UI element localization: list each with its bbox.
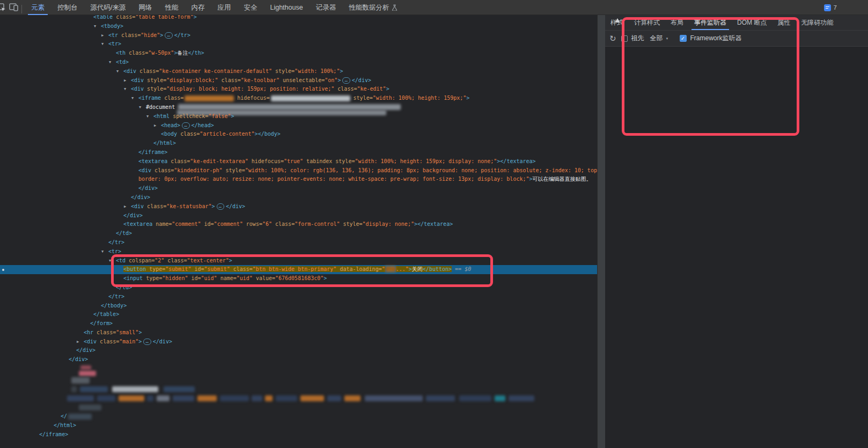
- code-line[interactable]: </div>: [0, 184, 597, 193]
- expand-arrow-icon[interactable]: ▼: [116, 67, 123, 76]
- ellipsis-expand-icon[interactable]: …: [342, 77, 350, 84]
- inspect-element-icon[interactable]: [0, 0, 8, 15]
- code-line[interactable]: [0, 403, 597, 412]
- code-line[interactable]: </div>: [0, 193, 597, 202]
- code-line[interactable]: [0, 376, 597, 385]
- code-line[interactable]: <input type="hidden" id="uid" name="uid"…: [0, 274, 597, 283]
- code-line[interactable]: ▼<iframe class= hidefocus= style="width:…: [0, 94, 597, 103]
- main-tab-应用[interactable]: 应用: [211, 0, 237, 15]
- code-line[interactable]: </td>: [0, 283, 597, 292]
- expand-arrow-icon[interactable]: ▼: [109, 58, 116, 67]
- code-line[interactable]: [0, 385, 597, 394]
- code-line[interactable]: </td>: [0, 229, 597, 238]
- code-line[interactable]: </tr>: [0, 238, 597, 247]
- code-line[interactable]: ▶<div style="display:block;" class="ke-t…: [0, 76, 597, 85]
- sidebar-tab-DOM 断点[interactable]: DOM 断点: [732, 15, 772, 30]
- code-line[interactable]: <th class="w-50px">备注</th>: [0, 49, 597, 58]
- expand-arrow-icon[interactable]: ▼: [101, 40, 108, 49]
- ellipsis-expand-icon[interactable]: …: [217, 203, 224, 210]
- code-line[interactable]: </table>: [0, 310, 597, 319]
- expand-arrow-icon[interactable]: ▶: [124, 76, 131, 85]
- main-tab-安全[interactable]: 安全: [237, 0, 263, 15]
- code-line[interactable]: ▼<tbody>: [0, 22, 597, 31]
- code-line[interactable]: [0, 364, 597, 370]
- code-line[interactable]: ▼<td colspan="2" class="text-center">: [0, 256, 597, 266]
- code-line[interactable]: ▼<html spellcheck="false">: [0, 112, 597, 121]
- main-tab-网络[interactable]: 网络: [132, 0, 158, 15]
- code-line[interactable]: ▼<div style="display: block; height: 159…: [0, 85, 597, 94]
- sidebar-tab-无障碍功能[interactable]: 无障碍功能: [796, 15, 838, 30]
- main-tab-记录器[interactable]: 记录器: [310, 0, 343, 15]
- code-line[interactable]: ▼#document: [0, 103, 597, 112]
- code-line[interactable]: </tr>: [0, 292, 597, 302]
- expand-arrow-icon[interactable]: ▼: [101, 247, 108, 256]
- listener-filter-dropdown[interactable]: 全部 ▼: [650, 34, 669, 43]
- ancestors-checkbox[interactable]: [621, 35, 628, 42]
- main-tab-源代码/来源[interactable]: 源代码/来源: [84, 0, 133, 15]
- code-line[interactable]: </form>: [0, 319, 597, 328]
- expand-arrow-icon[interactable]: ▼: [124, 85, 131, 94]
- expand-arrow-icon[interactable]: ▶: [77, 337, 84, 347]
- code-line[interactable]: <table class="table table-form">: [0, 15, 597, 22]
- ellipsis-expand-icon[interactable]: …: [143, 339, 151, 345]
- ellipsis-expand-icon[interactable]: …: [182, 122, 189, 129]
- code-line[interactable]: ▼<td>: [0, 58, 597, 67]
- ellipsis-expand-icon[interactable]: …: [165, 32, 172, 39]
- code-line[interactable]: </div>: [0, 355, 597, 364]
- expand-arrow-icon[interactable]: ▶: [124, 202, 131, 211]
- sidebar-tab-计算样式[interactable]: 计算样式: [629, 15, 665, 30]
- code-line[interactable]: ▼<tr>: [0, 247, 597, 256]
- separator: [21, 5, 22, 13]
- sidebar-tab-事件监听器[interactable]: 事件监听器: [689, 15, 732, 30]
- code-line[interactable]: </iframe>: [0, 430, 597, 439]
- expand-arrow-icon[interactable]: ▼: [131, 94, 138, 103]
- sidebar-tab-样式[interactable]: 样式: [605, 15, 629, 30]
- elements-tree-panel[interactable]: <table class="table table-form">▼<tbody>…: [0, 15, 597, 448]
- expand-arrow-icon[interactable]: ▼: [139, 103, 146, 112]
- code-line[interactable]: <textarea class="ke-edit-textarea" hidef…: [0, 157, 597, 166]
- main-tab-性能数据分析[interactable]: 性能数据分析: [342, 0, 404, 15]
- code-line[interactable]: <body class="article-content"></body>: [0, 130, 597, 139]
- main-tab-内存[interactable]: 内存: [185, 0, 211, 15]
- main-tab-元素[interactable]: 元素: [25, 0, 51, 15]
- main-tab-性能[interactable]: 性能: [158, 0, 185, 15]
- sidebar-tab-布局[interactable]: 布局: [665, 15, 689, 30]
- selected-code-line[interactable]: <button type="submit" id="submit" class=…: [0, 265, 597, 274]
- code-line[interactable]: border: 0px; overflow: auto; resize: non…: [0, 175, 597, 184]
- code-line[interactable]: </div>: [0, 211, 597, 221]
- code-line[interactable]: ▶<div class="ke-statusbar">…</div>: [0, 202, 597, 211]
- main-tab-Lighthouse[interactable]: Lighthouse: [263, 0, 309, 15]
- issues-button[interactable]: 7: [824, 0, 837, 15]
- code-token: "ke-container ke-container-default": [159, 68, 275, 74]
- code-line[interactable]: </: [0, 412, 597, 421]
- code-token: </tr>: [108, 293, 124, 299]
- redacted-blob: [71, 377, 90, 384]
- panel-splitter[interactable]: [597, 15, 605, 448]
- sidebar-tab-属性[interactable]: 属性: [772, 15, 796, 30]
- device-toolbar-icon[interactable]: [8, 0, 19, 15]
- code-line[interactable]: ▼<div class="ke-container ke-container-d…: [0, 67, 597, 76]
- code-line[interactable]: ▶<head>…</head>: [0, 121, 597, 130]
- code-line[interactable]: ▶<tr class="hide">…</tr>: [0, 31, 597, 40]
- code-line[interactable]: </div>: [0, 346, 597, 355]
- expand-arrow-icon[interactable]: ▶: [154, 121, 161, 130]
- code-line[interactable]: [0, 370, 597, 376]
- code-line[interactable]: <div class="kindeditor-ph" style="width:…: [0, 166, 597, 175]
- code-line[interactable]: </html>: [0, 421, 597, 430]
- main-tab-控制台[interactable]: 控制台: [51, 0, 84, 15]
- expand-arrow-icon[interactable]: ▶: [101, 31, 108, 40]
- refresh-icon[interactable]: ↻: [609, 34, 616, 42]
- code-line[interactable]: </iframe>: [0, 148, 597, 157]
- expand-arrow-icon[interactable]: ▼: [94, 22, 101, 31]
- code-line[interactable]: [0, 394, 597, 403]
- code-line[interactable]: <textarea name="comment" id="comment" ro…: [0, 220, 597, 229]
- code-line[interactable]: <hr class="small">: [0, 328, 597, 337]
- code-line[interactable]: ▶<div class="main">…</div>: [0, 337, 597, 347]
- code-line[interactable]: </html>: [0, 139, 597, 148]
- expand-arrow-icon[interactable]: ▼: [109, 256, 116, 266]
- expand-arrow-icon[interactable]: ▼: [146, 112, 153, 121]
- code-line[interactable]: </tbody>: [0, 302, 597, 311]
- code-token: <input: [123, 275, 146, 281]
- framework-listeners-checkbox[interactable]: ✓: [680, 35, 687, 42]
- code-line[interactable]: ▼<tr>: [0, 40, 597, 49]
